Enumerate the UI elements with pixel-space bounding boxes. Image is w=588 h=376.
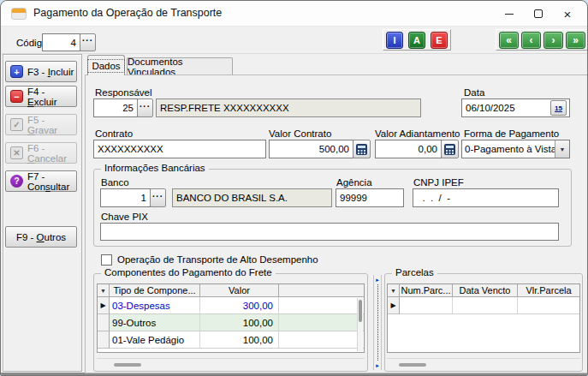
sidebar-button-f3-incluir[interactable]: + F3 - Incluir (5, 61, 77, 82)
minimize-icon (505, 14, 514, 15)
sidebar-button-label: F3 - Incluir (27, 67, 74, 77)
sidebar-button-f4-excluir[interactable]: − F4 - Excluir (5, 86, 77, 107)
row-indicator-cell (98, 331, 110, 349)
nav-next-button[interactable]: › (543, 32, 563, 49)
close-button[interactable]: × (553, 1, 582, 27)
column-header-vlr-parcela[interactable]: Vlr.Parcela (518, 284, 579, 297)
chave-pix-input[interactable] (100, 223, 559, 241)
table-row[interactable]: ▶ 03-Despesas 300,00 (98, 297, 364, 314)
parcelas-horizontal-scrollbar[interactable] (387, 358, 580, 370)
ellipsis-icon: ··· (82, 36, 93, 49)
ellipsis-icon: ··· (152, 192, 163, 205)
valor-adiantamento-input[interactable]: 0,00 (375, 140, 442, 158)
splitter-arrow-icon: ▸ (376, 277, 379, 283)
table-row[interactable]: 01-Vale Pedágio 100,00 (98, 331, 364, 349)
table-row[interactable]: ▶ (388, 297, 579, 314)
calculator-icon (444, 144, 455, 155)
filter-arrow-icon: ▼ (100, 288, 106, 294)
row-marker-icon: ▶ (390, 301, 395, 309)
scrollbar-thumb[interactable] (399, 363, 426, 367)
calendar-button[interactable]: 15 (550, 100, 567, 116)
banco-lookup-button[interactable]: ··· (150, 188, 166, 207)
cell-tipo: 99-Outros (110, 314, 200, 331)
parcelas-header-row: ▼ Num.Parc... Data Vencto Vlr.Parcela (388, 284, 579, 297)
toolbar-e-button[interactable]: E (431, 32, 448, 49)
minus-icon: − (10, 90, 23, 103)
cell-tipo: 01-Vale Pedágio (110, 331, 200, 349)
cell-data-vencto (453, 297, 518, 314)
grid-filter-cell[interactable]: ▼ (388, 284, 400, 297)
calendar-icon: 15 (555, 104, 562, 112)
column-header-num-parcela[interactable]: Num.Parc... (400, 284, 453, 297)
valor-contrato-input[interactable]: 500,00 (269, 140, 353, 158)
componentes-horizontal-scrollbar[interactable] (97, 358, 365, 370)
chevron-down-icon[interactable]: ▼ (555, 140, 569, 158)
banco-code-input[interactable]: 1 (100, 188, 151, 207)
cnpj-ipef-input[interactable]: . . / - (413, 188, 559, 207)
componentes-header-row: ▼ Tipo de Compone... Valor (98, 284, 364, 297)
nav-prev-button[interactable]: ‹ (521, 32, 541, 49)
sidebar-button-label: F7 - Consultar (27, 171, 76, 192)
nav-first-button[interactable]: « (499, 32, 519, 49)
cell-filler (279, 314, 364, 331)
question-icon: ? (10, 175, 23, 188)
responsavel-name-field: RESP.FRETE XXXXXXXXXX (156, 98, 421, 117)
cell-valor: 100,00 (200, 314, 279, 331)
nav-last-button[interactable]: » (566, 32, 585, 49)
cell-filler (279, 331, 364, 349)
app-icon (11, 8, 27, 20)
componentes-legend: Componentes do Pagamento do Frete (101, 267, 276, 278)
sidebar-button-label: F6 - Cancelar (27, 143, 76, 164)
contrato-label: Contrato (95, 128, 133, 139)
valor-adiantamento-calculator-button[interactable] (441, 140, 459, 158)
window: Pagamento da Operação de Transporte × Có… (0, 0, 588, 376)
data-label: Data (464, 87, 484, 98)
toolbar-a-button[interactable]: A (408, 32, 425, 49)
banco-name-field: BANCO DO BRASIL S.A. (172, 188, 332, 207)
column-header-tipo[interactable]: Tipo de Compone... (110, 284, 200, 297)
cell-valor: 100,00 (200, 331, 279, 349)
componentes-grid: ▼ Tipo de Compone... Valor ▶ 03-Despesas… (97, 283, 365, 353)
table-row[interactable]: 99-Outros 100,00 (98, 314, 364, 331)
alto-desempenho-checkbox[interactable] (101, 254, 112, 266)
contrato-input[interactable]: XXXXXXXXXX (93, 140, 266, 158)
sidebar-button-f9-outros[interactable]: F9 - Outros (5, 226, 77, 248)
vertical-scrollbar[interactable] (357, 298, 363, 351)
tab-dados[interactable]: Dados (87, 55, 125, 75)
minimize-button[interactable] (495, 1, 524, 27)
sidebar-button-f6-cancelar: ✕ F6 - Cancelar (5, 142, 77, 164)
row-indicator-cell: ▶ (388, 297, 400, 314)
sidebar-button-f7-consultar[interactable]: ? F7 - Consultar (5, 170, 77, 192)
maximize-icon (534, 9, 543, 18)
grid-filter-cell[interactable]: ▼ (98, 284, 110, 297)
x-icon: ✕ (10, 146, 23, 159)
alto-desempenho-label: Operação de Transporte de Alto Desempenh… (117, 254, 318, 265)
valor-contrato-calculator-button[interactable] (353, 140, 371, 158)
scrollbar-thumb[interactable] (359, 300, 362, 322)
check-icon: ✓ (10, 118, 23, 131)
window-title: Pagamento da Operação de Transporte (33, 7, 222, 19)
column-header-data-vencto[interactable]: Data Vencto (453, 284, 518, 297)
column-header-valor[interactable]: Valor (200, 284, 279, 297)
codigo-input[interactable]: 4 (42, 33, 80, 51)
informacoes-bancarias-legend: Informações Bancárias (101, 163, 209, 173)
maximize-button[interactable] (524, 1, 553, 27)
parcelas-grid: ▼ Num.Parc... Data Vencto Vlr.Parcela ▶ (387, 283, 580, 353)
column-header-filler (279, 284, 364, 297)
toolbar-i-button[interactable]: I (386, 32, 403, 49)
scrollbar-thumb[interactable] (114, 363, 141, 367)
row-indicator-cell: ▶ (98, 297, 110, 314)
tab-documentos-vinculados[interactable]: Documentos Vinculados (127, 57, 233, 75)
responsavel-lookup-button[interactable]: ··· (137, 98, 153, 117)
forma-pagamento-select[interactable]: 0-Pagamento à Vista ▼ (461, 140, 570, 158)
responsavel-code-input[interactable]: 25 (93, 98, 138, 117)
close-icon: × (564, 8, 572, 21)
cell-filler (279, 297, 364, 314)
cell-tipo: 03-Despesas (110, 297, 200, 314)
splitter[interactable]: ▸ ▸ (373, 275, 382, 370)
agencia-input[interactable]: 99999 (336, 188, 404, 207)
ellipsis-icon: ··· (140, 102, 151, 115)
cell-vlr-parcela (518, 297, 579, 314)
banco-label: Banco (101, 177, 129, 188)
codigo-lookup-button[interactable]: ··· (80, 33, 96, 51)
